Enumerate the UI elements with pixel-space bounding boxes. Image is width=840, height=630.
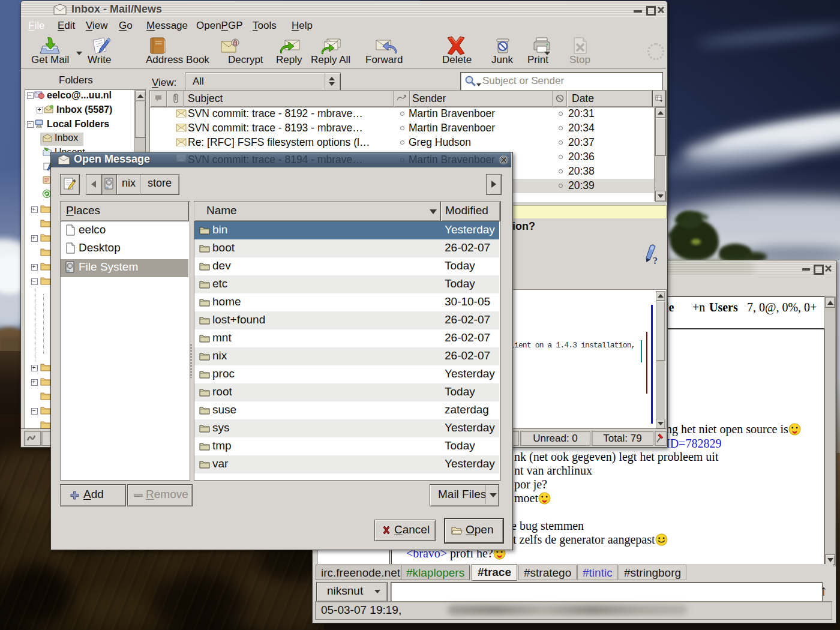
svg-text:?: ?	[653, 256, 658, 266]
